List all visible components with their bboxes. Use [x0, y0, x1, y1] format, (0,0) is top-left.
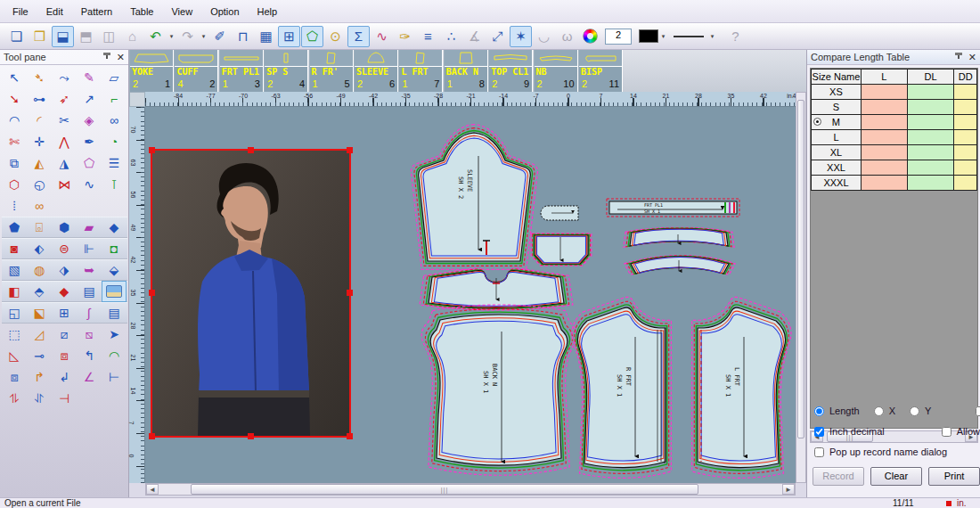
size-row-s[interactable]: S	[812, 100, 977, 115]
value-cell[interactable]	[861, 130, 907, 145]
pin-icon[interactable]	[954, 53, 963, 62]
piece-bisp[interactable]	[541, 206, 578, 220]
canvas-vertical-scrollbar[interactable]	[796, 92, 806, 483]
swatch-caret[interactable]: ▾	[659, 26, 667, 47]
length-radio[interactable]	[814, 406, 824, 416]
toolbar-redo-caret[interactable]: ▾	[200, 26, 208, 47]
tool-extract-piece[interactable]: ◆	[102, 217, 127, 238]
tool-eyeglasses[interactable]: ∞	[102, 110, 127, 131]
tool-frame-scale[interactable]: ⬚	[2, 324, 27, 345]
piece-cuff[interactable]	[531, 234, 592, 266]
toolbar-curve-compare[interactable]: ∿	[371, 26, 393, 47]
toolbar-sigma-measure[interactable]: ⤢	[486, 26, 509, 47]
tool-cut-curve[interactable]: ➶	[52, 88, 77, 110]
pattern-tab-r-fr-[interactable]: R FR'15	[309, 50, 354, 92]
toolbar-stylus-measure[interactable]: ✐	[208, 26, 231, 47]
toolbar-plotter[interactable]: ⊓	[232, 26, 254, 47]
size-row-xxl[interactable]: XXL	[812, 160, 977, 176]
piece-frt-pl1[interactable]: FRT PL1 SH X 1	[607, 199, 739, 217]
tool-clip-piece[interactable]: ⬗	[52, 259, 77, 281]
toolbar-open-file[interactable]: ❒	[29, 26, 51, 47]
piece-nb[interactable]	[625, 255, 735, 274]
inserted-photo[interactable]	[149, 147, 353, 439]
pin-icon[interactable]	[102, 53, 111, 62]
tool-hook-seam[interactable]: ➥	[77, 259, 102, 281]
tool-flip-piece[interactable]: ⬖	[27, 238, 52, 259]
close-icon[interactable]: ✕	[117, 53, 125, 61]
value-cell[interactable]	[954, 176, 977, 191]
tool-box-nested[interactable]: ⧈	[2, 366, 27, 388]
line-width-input[interactable]: 2	[605, 29, 632, 45]
pattern-tab-cuff[interactable]: CUFF42	[174, 50, 218, 92]
value-cell[interactable]	[954, 85, 977, 100]
tool-pin-seam[interactable]: ↲	[52, 366, 77, 388]
value-cell[interactable]	[861, 100, 907, 115]
value-cell[interactable]	[907, 115, 953, 130]
toolbar-save-file[interactable]: ⬓	[52, 26, 74, 47]
toolbar-window-view[interactable]: ⊞	[278, 26, 300, 47]
tool-insert-image[interactable]	[102, 281, 127, 302]
toolbar-sum-sigma[interactable]: Σ	[347, 26, 370, 47]
menu-option[interactable]: Option	[201, 3, 248, 20]
value-cell[interactable]	[907, 176, 953, 191]
value-cell[interactable]	[907, 160, 953, 176]
toolbar-save-all[interactable]: ◫	[98, 26, 120, 47]
tool-cross-point[interactable]: ✛	[27, 131, 52, 152]
tool-pattern-outline[interactable]: ⬟	[2, 217, 27, 238]
tool-corner-fold[interactable]: ◿	[27, 324, 52, 345]
toolbar-undo-caret[interactable]: ▾	[167, 26, 176, 47]
toolbar-find-file[interactable]: ⌂	[121, 26, 143, 47]
tool-pleat-down[interactable]: ⥯	[27, 388, 52, 409]
record-button[interactable]: Record	[813, 467, 864, 486]
tool-dotted-line[interactable]: ⧈	[52, 345, 77, 366]
tool-pencil[interactable]: ✎	[77, 67, 102, 88]
tool-arrow-cut[interactable]: ∠	[77, 366, 102, 388]
pattern-tab-back-n[interactable]: BACK N18	[444, 50, 488, 92]
value-cell[interactable]	[861, 145, 907, 160]
value-cell[interactable]	[861, 85, 907, 100]
tool-mirror[interactable]: ◭	[27, 152, 52, 174]
tool-wave-seam[interactable]: ∿	[77, 174, 102, 195]
column-header-dl[interactable]: DL	[907, 70, 953, 85]
color-wheel-icon[interactable]	[583, 29, 598, 44]
canvas-horizontal-scrollbar[interactable]: ◄ ||| ►	[145, 483, 796, 496]
toolbar-trend-chart[interactable]: ∡	[463, 26, 486, 47]
menu-edit[interactable]: Edit	[37, 3, 72, 20]
y-radio[interactable]	[910, 406, 919, 416]
size-row-xs[interactable]: XS	[812, 85, 977, 100]
tool-reshape-curve[interactable]: ➴	[27, 67, 52, 88]
toolbar-curve-w[interactable]: ω	[556, 26, 578, 47]
tool-move-curve-point[interactable]: ⤳	[52, 67, 77, 88]
line-style-select[interactable]	[674, 29, 707, 45]
tool-corner-l[interactable]: ◺	[2, 345, 27, 366]
tool-move-piece[interactable]: ⬠	[77, 152, 102, 174]
value-cell[interactable]	[861, 176, 907, 191]
size-row-l[interactable]: L	[812, 130, 977, 145]
piece-sleeve[interactable]	[411, 125, 537, 270]
column-header-l[interactable]: L	[861, 70, 907, 85]
tool-seam-cut[interactable]: ✄	[2, 131, 27, 152]
toolbar-clean-brush[interactable]: ✑	[394, 26, 416, 47]
tool-trace-point[interactable]: ➘	[2, 88, 27, 110]
tool-angle-arc[interactable]: ◜	[27, 110, 52, 131]
allow-checkbox[interactable]	[942, 427, 951, 437]
tool-width-measure[interactable]: ⊩	[77, 238, 102, 259]
menu-pattern[interactable]: Pattern	[72, 3, 121, 20]
tool-notch-cut[interactable]: ◈	[77, 110, 102, 131]
tool-curve-pair[interactable]: ⊸	[27, 345, 52, 366]
tool-v-neck[interactable]: ◍	[27, 259, 52, 281]
size-row-xl[interactable]: XL	[812, 145, 977, 160]
tool-shear-panel[interactable]: ▰	[77, 217, 102, 238]
inch-decimal-checkbox[interactable]	[814, 427, 824, 437]
piece-back[interactable]	[421, 305, 576, 475]
tool-link-points[interactable]: ⊶	[27, 88, 52, 110]
menu-help[interactable]: Help	[249, 3, 287, 20]
tool-seam-box[interactable]: ⧄	[52, 324, 77, 345]
tool-emblem[interactable]: ⬘	[27, 281, 52, 302]
tool-corner-point[interactable]: ⌐	[102, 88, 127, 110]
size-row-xxxl[interactable]: XXXL	[812, 176, 977, 191]
pattern-tab-yoke[interactable]: YOKE21	[129, 50, 174, 92]
toolbar-scatter-chart[interactable]: ∴	[440, 26, 462, 47]
toolbar-curve-u[interactable]: ◡	[533, 26, 555, 47]
value-cell[interactable]	[861, 115, 907, 130]
